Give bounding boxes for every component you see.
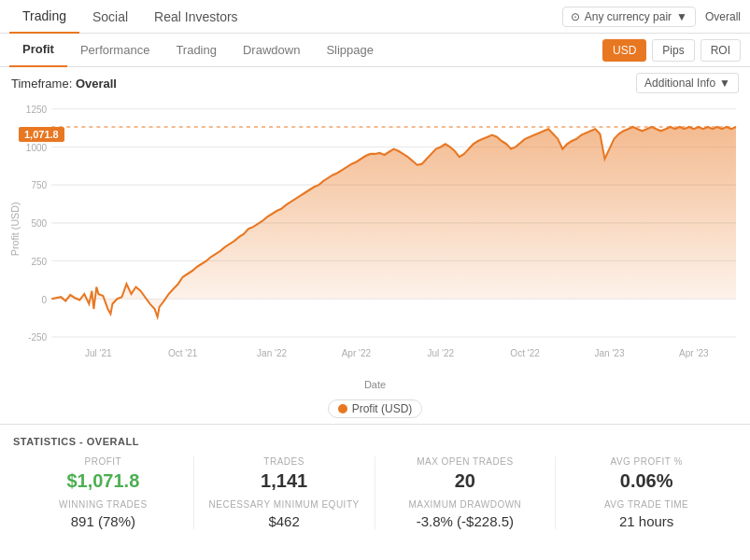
stat-winning-value: 891 (78%): [21, 513, 186, 529]
stat-avg-profit-value: 0.06%: [563, 470, 729, 492]
stat-drawdown-value: -3.8% (-$228.5): [383, 513, 548, 529]
timeframe-bar: Timeframe: Overall Additional Info ▼: [0, 67, 750, 99]
svg-text:Apr '22: Apr '22: [342, 348, 372, 358]
svg-text:Apr '23: Apr '23: [679, 348, 709, 358]
currency-icon: ⊙: [571, 10, 580, 23]
stat-min-equity-value: $462: [202, 513, 367, 529]
unit-usd[interactable]: USD: [602, 39, 646, 62]
svg-text:250: 250: [31, 257, 47, 267]
x-axis-label: Date: [0, 379, 750, 394]
top-nav-trading[interactable]: Trading: [9, 0, 79, 34]
stat-winning-label: WINNING TRADES: [21, 499, 186, 510]
chevron-down-icon: ▼: [719, 77, 730, 90]
unit-selector: USD Pips ROI: [602, 39, 741, 62]
stat-avg-profit: AVG PROFIT % 0.06% AVG TRADE TIME 21 hou…: [556, 456, 737, 529]
svg-text:0: 0: [42, 294, 48, 304]
profit-chart-container: 1,071.8 1250 1000 750 500 250 0 -250 Pro…: [0, 99, 750, 379]
currency-pair-label: Any currency pair: [585, 10, 672, 23]
svg-text:Profit (USD): Profit (USD): [10, 202, 21, 256]
stat-max-open-value: 20: [383, 470, 548, 492]
top-navigation: Trading Social Real Investors ⊙ Any curr…: [0, 0, 750, 34]
profit-chart-svg: 1250 1000 750 500 250 0 -250 Profit (USD…: [9, 99, 741, 379]
svg-text:500: 500: [31, 218, 47, 229]
stat-profit-label: PROFIT: [21, 456, 186, 467]
stat-avg-time-label: AVG TRADE TIME: [563, 499, 729, 510]
additional-info-button[interactable]: Additional Info ▼: [636, 73, 739, 93]
legend-dot-profit: [338, 404, 347, 413]
tab-trading[interactable]: Trading: [163, 34, 230, 67]
tab-slippage[interactable]: Slippage: [313, 34, 387, 67]
tab-profit[interactable]: Profit: [9, 34, 67, 67]
tab-drawdown[interactable]: Drawdown: [230, 34, 313, 67]
svg-text:-250: -250: [28, 332, 47, 343]
top-nav-real-investors[interactable]: Real Investors: [141, 0, 250, 34]
timeframe-value: Overall: [76, 77, 117, 91]
tab-performance[interactable]: Performance: [67, 34, 163, 67]
sub-navigation: Profit Performance Trading Drawdown Slip…: [0, 34, 750, 67]
timeframe-text: Timeframe: Overall: [11, 77, 117, 91]
stat-drawdown-label: MAXIMUM DRAWDOWN: [383, 499, 548, 510]
svg-text:1000: 1000: [26, 142, 48, 152]
statistics-title: STATISTICS - OVERALL: [13, 436, 737, 447]
statistics-grid: PROFIT $1,071.8 WINNING TRADES 891 (78%)…: [13, 456, 737, 529]
svg-text:750: 750: [31, 180, 47, 190]
unit-roi[interactable]: ROI: [700, 39, 741, 62]
svg-text:Oct '22: Oct '22: [510, 348, 540, 358]
svg-text:1250: 1250: [26, 105, 48, 115]
stat-min-equity-label: NECESSARY MINIMUM EQUITY: [202, 499, 367, 510]
currency-pair-selector[interactable]: ⊙ Any currency pair ▼: [562, 7, 696, 27]
stat-max-open-trades: MAX OPEN TRADES 20 MAXIMUM DRAWDOWN -3.8…: [375, 456, 557, 529]
svg-text:Jul '21: Jul '21: [85, 348, 112, 358]
additional-info-label: Additional Info: [644, 77, 715, 90]
stat-max-open-label: MAX OPEN TRADES: [383, 456, 548, 467]
statistics-section: STATISTICS - OVERALL PROFIT $1,071.8 WIN…: [0, 424, 750, 540]
stat-trades-value: 1,141: [202, 470, 367, 492]
profit-badge: 1,071.8: [19, 127, 64, 142]
svg-text:Jan '22: Jan '22: [257, 348, 287, 358]
stat-trades-label: TRADES: [202, 456, 367, 467]
top-nav-right: ⊙ Any currency pair ▼ Overall: [562, 7, 741, 27]
stat-profit: PROFIT $1,071.8 WINNING TRADES 891 (78%): [13, 456, 194, 529]
svg-text:Jan '23: Jan '23: [594, 348, 624, 358]
stat-profit-value: $1,071.8: [21, 470, 186, 492]
legend-label-profit: Profit (USD): [352, 402, 413, 415]
timeframe-label: Timeframe:: [11, 77, 72, 91]
top-nav-social[interactable]: Social: [79, 0, 141, 34]
legend-item-profit: Profit (USD): [328, 399, 423, 418]
stat-avg-time-value: 21 hours: [563, 513, 729, 529]
svg-text:Jul '22: Jul '22: [427, 348, 454, 358]
svg-text:Oct '21: Oct '21: [168, 348, 198, 358]
unit-pips[interactable]: Pips: [652, 39, 694, 62]
chart-legend: Profit (USD): [0, 394, 750, 424]
overall-button[interactable]: Overall: [705, 10, 741, 23]
chevron-down-icon: ▼: [676, 10, 687, 23]
stat-avg-profit-label: AVG PROFIT %: [563, 456, 729, 467]
stat-trades: TRADES 1,141 NECESSARY MINIMUM EQUITY $4…: [194, 456, 375, 529]
